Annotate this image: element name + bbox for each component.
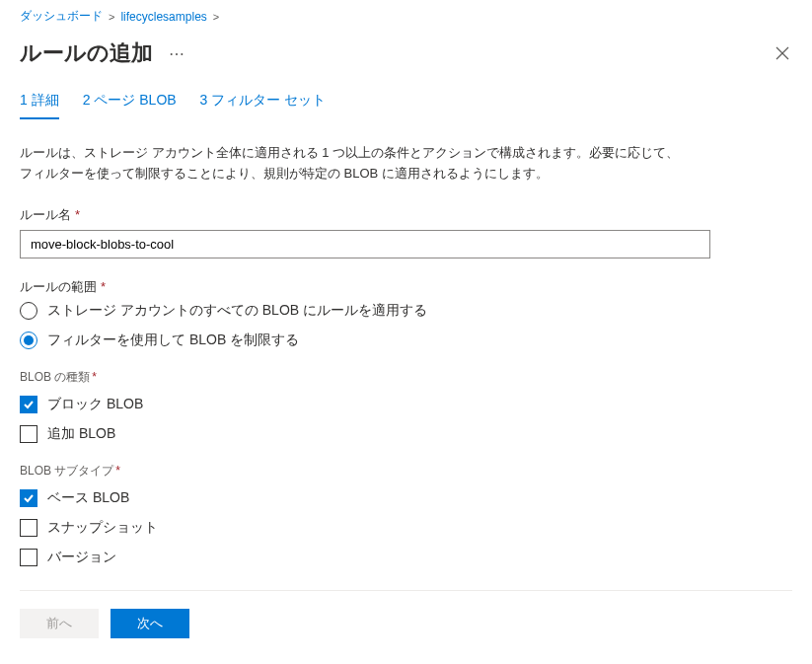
blob-type-append-checkbox[interactable]: 追加 BLOB xyxy=(20,425,792,443)
radio-icon xyxy=(20,302,37,320)
breadcrumb-dashboard[interactable]: ダッシュボード xyxy=(20,8,103,25)
checkbox-icon xyxy=(20,489,37,507)
scope-radio-all[interactable]: ストレージ アカウントのすべての BLOB にルールを適用する xyxy=(20,302,792,320)
page-title: ルールの追加 xyxy=(20,38,153,68)
blob-subtype-label: BLOB サブタイプ* xyxy=(20,463,792,480)
scope-radio-filter[interactable]: フィルターを使用して BLOB を制限する xyxy=(20,332,792,349)
rule-name-input[interactable] xyxy=(20,230,710,258)
subtype-snapshot-label: スナップショット xyxy=(47,519,158,537)
tab-page-blob[interactable]: 2 ページ BLOB xyxy=(83,92,177,119)
subtype-base-label: ベース BLOB xyxy=(47,489,129,507)
radio-icon xyxy=(20,332,37,349)
checkbox-icon xyxy=(20,519,37,537)
breadcrumb: ダッシュボード > lifecyclesamples > xyxy=(20,8,792,25)
blob-type-block-label: ブロック BLOB xyxy=(47,396,143,413)
tab-filter-set[interactable]: 3 フィルター セット xyxy=(200,92,327,119)
checkbox-icon xyxy=(20,425,37,443)
prev-button[interactable]: 前へ xyxy=(20,609,99,638)
tabs: 1 詳細 2 ページ BLOB 3 フィルター セット xyxy=(20,92,792,119)
tab-details[interactable]: 1 詳細 xyxy=(20,92,59,119)
checkbox-icon xyxy=(20,549,37,566)
close-icon[interactable] xyxy=(773,43,792,63)
more-icon[interactable]: ⋯ xyxy=(169,44,185,63)
subtype-snapshot-checkbox[interactable]: スナップショット xyxy=(20,519,792,537)
next-button[interactable]: 次へ xyxy=(111,609,189,638)
subtype-base-checkbox[interactable]: ベース BLOB xyxy=(20,489,792,507)
blob-type-append-label: 追加 BLOB xyxy=(47,425,115,443)
checkbox-icon xyxy=(20,396,37,413)
subtype-version-label: バージョン xyxy=(47,549,116,566)
rule-scope-label: ルールの範囲* xyxy=(20,278,792,296)
blob-type-label: BLOB の種類* xyxy=(20,369,792,386)
scope-radio-all-label: ストレージ アカウントのすべての BLOB にルールを適用する xyxy=(47,302,427,320)
subtype-version-checkbox[interactable]: バージョン xyxy=(20,549,792,566)
divider xyxy=(20,590,792,591)
description-text: ルールは、ストレージ アカウント全体に適用される 1 つ以上の条件とアクションで… xyxy=(20,143,750,184)
chevron-right-icon: > xyxy=(109,11,114,23)
rule-name-label: ルール名* xyxy=(20,206,792,224)
breadcrumb-resource[interactable]: lifecyclesamples xyxy=(120,10,206,24)
scope-radio-filter-label: フィルターを使用して BLOB を制限する xyxy=(47,332,299,349)
chevron-right-icon: > xyxy=(213,11,219,23)
blob-type-block-checkbox[interactable]: ブロック BLOB xyxy=(20,396,792,413)
